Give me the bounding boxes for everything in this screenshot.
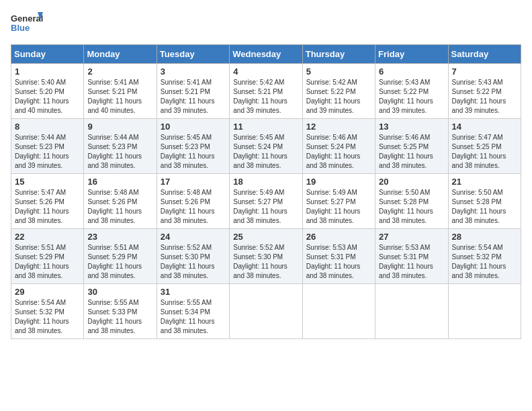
day-number: 8 [15, 122, 80, 132]
cell-info: Sunrise: 5:41 AMSunset: 5:21 PMDaylight:… [161, 79, 215, 114]
day-number: 22 [15, 232, 80, 242]
header-row: SundayMondayTuesdayWednesdayThursdayFrid… [11, 45, 521, 64]
calendar-cell: 31 Sunrise: 5:55 AMSunset: 5:34 PMDaylig… [157, 284, 229, 339]
cell-info: Sunrise: 5:51 AMSunset: 5:29 PMDaylight:… [87, 244, 142, 279]
calendar-cell: 3 Sunrise: 5:41 AMSunset: 5:21 PMDayligh… [157, 64, 229, 119]
day-number: 23 [87, 232, 152, 242]
calendar-cell: 13 Sunrise: 5:46 AMSunset: 5:25 PMDaylig… [375, 119, 448, 174]
calendar-cell: 11 Sunrise: 5:45 AMSunset: 5:24 PMDaylig… [230, 119, 302, 174]
day-number: 29 [15, 287, 80, 297]
header-tuesday: Tuesday [157, 45, 229, 64]
cell-info: Sunrise: 5:50 AMSunset: 5:28 PMDaylight:… [452, 189, 506, 224]
calendar-cell: 25 Sunrise: 5:52 AMSunset: 5:30 PMDaylig… [230, 229, 302, 284]
cell-info: Sunrise: 5:51 AMSunset: 5:29 PMDaylight:… [15, 244, 69, 279]
calendar-cell: 23 Sunrise: 5:51 AMSunset: 5:29 PMDaylig… [84, 229, 157, 284]
week-row-5: 29 Sunrise: 5:54 AMSunset: 5:32 PMDaylig… [11, 284, 521, 339]
week-row-2: 8 Sunrise: 5:44 AMSunset: 5:23 PMDayligh… [11, 119, 521, 174]
day-number: 24 [161, 232, 226, 242]
day-number: 6 [379, 66, 444, 77]
day-number: 13 [379, 122, 444, 132]
calendar-cell: 27 Sunrise: 5:53 AMSunset: 5:31 PMDaylig… [375, 229, 448, 284]
cell-info: Sunrise: 5:53 AMSunset: 5:31 PMDaylight:… [379, 244, 433, 279]
day-number: 5 [306, 66, 371, 77]
cell-info: Sunrise: 5:52 AMSunset: 5:30 PMDaylight:… [233, 244, 287, 279]
calendar-cell: 10 Sunrise: 5:45 AMSunset: 5:23 PMDaylig… [157, 119, 229, 174]
cell-info: Sunrise: 5:47 AMSunset: 5:25 PMDaylight:… [452, 134, 506, 169]
logo-svg: General Blue [11, 11, 43, 39]
calendar-cell: 20 Sunrise: 5:50 AMSunset: 5:28 PMDaylig… [375, 174, 448, 229]
header-saturday: Saturday [448, 45, 521, 64]
cell-info: Sunrise: 5:49 AMSunset: 5:27 PMDaylight:… [306, 189, 361, 224]
svg-text:Blue: Blue [11, 23, 30, 33]
calendar-cell: 12 Sunrise: 5:46 AMSunset: 5:24 PMDaylig… [302, 119, 375, 174]
day-number: 31 [161, 287, 226, 297]
cell-info: Sunrise: 5:43 AMSunset: 5:22 PMDaylight:… [379, 79, 433, 114]
calendar-cell: 29 Sunrise: 5:54 AMSunset: 5:32 PMDaylig… [11, 284, 84, 339]
week-row-1: 1 Sunrise: 5:40 AMSunset: 5:20 PMDayligh… [11, 64, 521, 119]
day-number: 9 [87, 122, 152, 132]
header-monday: Monday [84, 45, 157, 64]
calendar-cell [302, 284, 375, 339]
calendar-cell [448, 284, 521, 339]
calendar-cell: 7 Sunrise: 5:43 AMSunset: 5:22 PMDayligh… [448, 64, 521, 119]
calendar-cell: 1 Sunrise: 5:40 AMSunset: 5:20 PMDayligh… [11, 64, 84, 119]
calendar-cell: 2 Sunrise: 5:41 AMSunset: 5:21 PMDayligh… [84, 64, 157, 119]
calendar-cell: 5 Sunrise: 5:42 AMSunset: 5:22 PMDayligh… [302, 64, 375, 119]
cell-info: Sunrise: 5:54 AMSunset: 5:32 PMDaylight:… [15, 299, 69, 334]
cell-info: Sunrise: 5:44 AMSunset: 5:23 PMDaylight:… [87, 134, 142, 169]
header-friday: Friday [375, 45, 448, 64]
calendar-cell: 18 Sunrise: 5:49 AMSunset: 5:27 PMDaylig… [230, 174, 302, 229]
calendar-cell [375, 284, 448, 339]
cell-info: Sunrise: 5:48 AMSunset: 5:26 PMDaylight:… [87, 189, 142, 224]
cell-info: Sunrise: 5:55 AMSunset: 5:33 PMDaylight:… [87, 299, 142, 334]
cell-info: Sunrise: 5:42 AMSunset: 5:22 PMDaylight:… [306, 79, 361, 114]
day-number: 18 [233, 177, 298, 187]
day-number: 26 [306, 232, 371, 242]
week-row-4: 22 Sunrise: 5:51 AMSunset: 5:29 PMDaylig… [11, 229, 521, 284]
cell-info: Sunrise: 5:41 AMSunset: 5:21 PMDaylight:… [87, 79, 142, 114]
calendar-cell: 15 Sunrise: 5:47 AMSunset: 5:26 PMDaylig… [11, 174, 84, 229]
calendar-cell: 19 Sunrise: 5:49 AMSunset: 5:27 PMDaylig… [302, 174, 375, 229]
svg-text:General: General [11, 13, 43, 24]
cell-info: Sunrise: 5:45 AMSunset: 5:23 PMDaylight:… [161, 134, 215, 169]
calendar-cell: 8 Sunrise: 5:44 AMSunset: 5:23 PMDayligh… [11, 119, 84, 174]
day-number: 16 [87, 177, 152, 187]
calendar-cell: 14 Sunrise: 5:47 AMSunset: 5:25 PMDaylig… [448, 119, 521, 174]
cell-info: Sunrise: 5:46 AMSunset: 5:24 PMDaylight:… [306, 134, 361, 169]
day-number: 4 [233, 66, 298, 77]
cell-info: Sunrise: 5:55 AMSunset: 5:34 PMDaylight:… [161, 299, 215, 334]
calendar-cell: 16 Sunrise: 5:48 AMSunset: 5:26 PMDaylig… [84, 174, 157, 229]
day-number: 3 [161, 66, 226, 77]
day-number: 2 [87, 66, 152, 77]
cell-info: Sunrise: 5:50 AMSunset: 5:28 PMDaylight:… [379, 189, 433, 224]
week-row-3: 15 Sunrise: 5:47 AMSunset: 5:26 PMDaylig… [11, 174, 521, 229]
calendar-cell: 26 Sunrise: 5:53 AMSunset: 5:31 PMDaylig… [302, 229, 375, 284]
calendar-cell: 28 Sunrise: 5:54 AMSunset: 5:32 PMDaylig… [448, 229, 521, 284]
day-number: 25 [233, 232, 298, 242]
calendar-table: SundayMondayTuesdayWednesdayThursdayFrid… [11, 44, 521, 339]
page-header: General Blue [11, 11, 521, 39]
calendar-cell: 17 Sunrise: 5:48 AMSunset: 5:26 PMDaylig… [157, 174, 229, 229]
day-number: 17 [161, 177, 226, 187]
calendar-cell [230, 284, 302, 339]
day-number: 11 [233, 122, 298, 132]
calendar-cell: 4 Sunrise: 5:42 AMSunset: 5:21 PMDayligh… [230, 64, 302, 119]
day-number: 10 [161, 122, 226, 132]
day-number: 12 [306, 122, 371, 132]
cell-info: Sunrise: 5:42 AMSunset: 5:21 PMDaylight:… [233, 79, 287, 114]
day-number: 28 [452, 232, 517, 242]
day-number: 15 [15, 177, 80, 187]
calendar-cell: 22 Sunrise: 5:51 AMSunset: 5:29 PMDaylig… [11, 229, 84, 284]
cell-info: Sunrise: 5:48 AMSunset: 5:26 PMDaylight:… [161, 189, 215, 224]
cell-info: Sunrise: 5:53 AMSunset: 5:31 PMDaylight:… [306, 244, 361, 279]
calendar-cell: 9 Sunrise: 5:44 AMSunset: 5:23 PMDayligh… [84, 119, 157, 174]
cell-info: Sunrise: 5:54 AMSunset: 5:32 PMDaylight:… [452, 244, 506, 279]
cell-info: Sunrise: 5:43 AMSunset: 5:22 PMDaylight:… [452, 79, 506, 114]
calendar-cell: 24 Sunrise: 5:52 AMSunset: 5:30 PMDaylig… [157, 229, 229, 284]
cell-info: Sunrise: 5:47 AMSunset: 5:26 PMDaylight:… [15, 189, 69, 224]
cell-info: Sunrise: 5:44 AMSunset: 5:23 PMDaylight:… [15, 134, 69, 169]
day-number: 7 [452, 66, 517, 77]
cell-info: Sunrise: 5:45 AMSunset: 5:24 PMDaylight:… [233, 134, 287, 169]
header-thursday: Thursday [302, 45, 375, 64]
day-number: 21 [452, 177, 517, 187]
